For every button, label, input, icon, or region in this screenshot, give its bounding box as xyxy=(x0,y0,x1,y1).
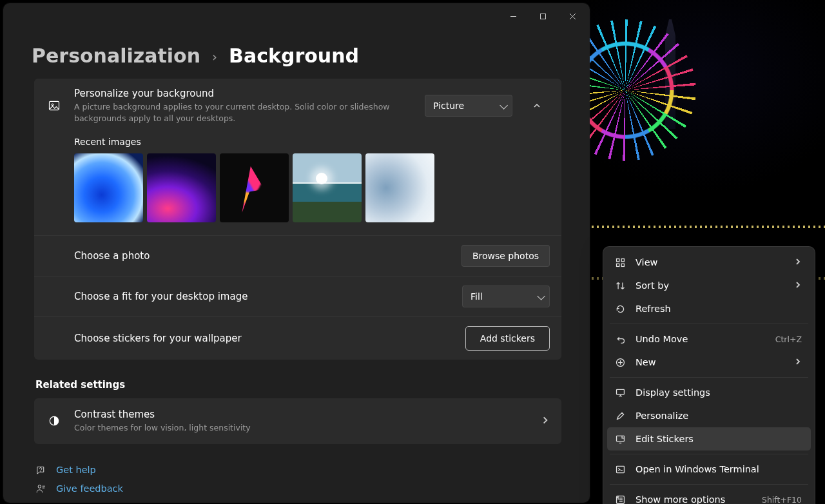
ctx-sort[interactable]: Sort by xyxy=(607,274,811,297)
svg-point-7 xyxy=(40,471,41,472)
ctx-new-label: New xyxy=(636,357,785,367)
ctx-refresh[interactable]: Refresh xyxy=(607,297,811,320)
svg-rect-1 xyxy=(540,14,545,19)
svg-rect-9 xyxy=(616,258,619,261)
collapse-button[interactable] xyxy=(524,95,550,117)
related-settings-heading: Related settings xyxy=(35,379,561,391)
contrast-icon xyxy=(46,414,63,427)
decor-lights xyxy=(587,226,825,228)
ctx-undo[interactable]: Undo Move Ctrl+Z xyxy=(607,327,811,351)
chevron-right-icon xyxy=(541,415,550,427)
recent-image-thumb[interactable] xyxy=(74,153,143,222)
chevron-right-icon xyxy=(794,357,802,367)
chevron-right-icon: › xyxy=(212,49,217,64)
ctx-terminal-label: Open in Windows Terminal xyxy=(636,464,802,474)
ctx-undo-label: Undo Move xyxy=(636,334,766,344)
settings-window: Personalization › Background Personalize… xyxy=(3,3,590,503)
display-icon xyxy=(614,387,626,398)
ctx-display-label: Display settings xyxy=(636,387,802,398)
chevron-right-icon xyxy=(794,280,802,291)
maximize-button[interactable] xyxy=(528,6,558,26)
ctx-edit-stickers-label: Edit Stickers xyxy=(636,434,802,444)
more-options-icon xyxy=(614,494,626,505)
ctx-more-options[interactable]: Show more options Shift+F10 xyxy=(607,488,811,504)
separator xyxy=(610,377,808,378)
choose-fit-label: Choose a fit for your desktop image xyxy=(74,291,451,302)
fit-select-value: Fill xyxy=(471,291,483,302)
choose-stickers-label: Choose stickers for your wallpaper xyxy=(74,333,454,344)
fit-select[interactable]: Fill xyxy=(462,286,550,307)
new-icon xyxy=(614,357,626,368)
ctx-undo-accel: Ctrl+Z xyxy=(775,334,802,344)
stickers-icon xyxy=(614,434,626,445)
background-panel: Personalize your background A picture ba… xyxy=(34,79,561,360)
breadcrumb-parent[interactable]: Personalization xyxy=(32,44,200,67)
svg-rect-16 xyxy=(616,389,624,394)
breadcrumb-current: Background xyxy=(229,44,359,67)
separator xyxy=(610,484,808,485)
ctx-personalize-label: Personalize xyxy=(636,411,802,421)
add-stickers-button[interactable]: Add stickers xyxy=(465,326,550,351)
personalize-subtitle: A picture background applies to your cur… xyxy=(74,101,413,124)
undo-icon xyxy=(614,334,626,345)
separator xyxy=(610,324,808,324)
desktop-context-menu: View Sort by Refresh Undo Move Ctrl+Z Ne… xyxy=(603,246,815,504)
ctx-more-label: Show more options xyxy=(636,494,753,504)
minimize-button[interactable] xyxy=(498,6,528,26)
ctx-view-label: View xyxy=(636,257,785,267)
svg-rect-11 xyxy=(616,264,619,266)
separator xyxy=(610,454,808,454)
give-feedback-label: Give feedback xyxy=(56,483,123,494)
close-button[interactable] xyxy=(558,6,587,26)
contrast-title: Contrast themes xyxy=(74,409,529,420)
svg-rect-12 xyxy=(621,264,624,266)
ctx-more-accel: Shift+F10 xyxy=(762,495,802,505)
contrast-themes-item[interactable]: Contrast themes Color themes for low vis… xyxy=(34,398,561,444)
ctx-personalize[interactable]: Personalize xyxy=(607,404,811,427)
svg-point-8 xyxy=(38,485,41,488)
background-type-value: Picture xyxy=(433,101,464,111)
help-icon xyxy=(34,465,47,476)
contrast-subtitle: Color themes for low vision, light sensi… xyxy=(74,422,435,434)
related-settings-card: Contrast themes Color themes for low vis… xyxy=(34,398,561,444)
ctx-refresh-label: Refresh xyxy=(636,304,802,314)
breadcrumb: Personalization › Background xyxy=(3,29,590,79)
personalize-icon xyxy=(614,411,626,422)
recent-images-label: Recent images xyxy=(74,137,550,147)
view-icon xyxy=(614,257,626,268)
give-feedback-link[interactable]: Give feedback xyxy=(34,480,561,498)
recent-image-thumb[interactable] xyxy=(365,153,434,222)
ctx-view[interactable]: View xyxy=(607,251,811,274)
svg-point-5 xyxy=(52,104,53,106)
terminal-icon xyxy=(614,464,626,475)
personalize-title: Personalize your background xyxy=(74,88,413,99)
sort-icon xyxy=(614,280,626,291)
feedback-icon xyxy=(34,483,47,494)
ctx-display-settings[interactable]: Display settings xyxy=(607,381,811,404)
ctx-sort-label: Sort by xyxy=(636,280,785,291)
get-help-label: Get help xyxy=(56,465,96,475)
choose-photo-label: Choose a photo xyxy=(74,250,450,262)
get-help-link[interactable]: Get help xyxy=(34,461,561,480)
ctx-terminal[interactable]: Open in Windows Terminal xyxy=(607,458,811,481)
picture-icon xyxy=(46,99,63,112)
browse-photos-button[interactable]: Browse photos xyxy=(461,245,550,267)
svg-rect-10 xyxy=(621,258,624,261)
recent-image-thumb[interactable] xyxy=(147,153,216,222)
refresh-icon xyxy=(614,304,626,315)
recent-image-thumb[interactable] xyxy=(220,153,289,222)
recent-image-thumb[interactable] xyxy=(293,153,362,222)
ctx-new[interactable]: New xyxy=(607,351,811,374)
svg-rect-4 xyxy=(50,101,59,110)
chevron-right-icon xyxy=(794,257,802,267)
titlebar xyxy=(3,3,590,29)
recent-images xyxy=(74,153,550,222)
ctx-edit-stickers[interactable]: Edit Stickers xyxy=(607,427,811,451)
svg-rect-19 xyxy=(616,436,624,441)
background-type-select[interactable]: Picture xyxy=(425,95,512,117)
